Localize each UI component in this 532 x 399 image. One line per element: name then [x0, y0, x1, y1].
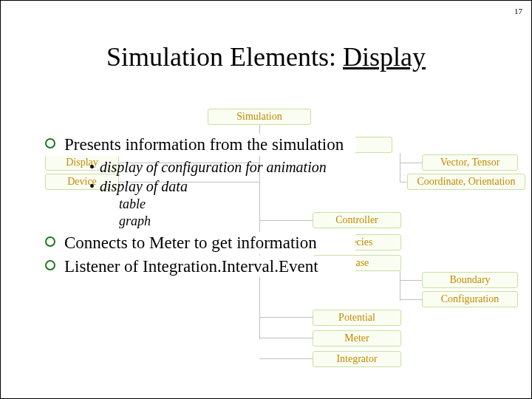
connector-line — [259, 358, 313, 359]
bullet-presents-info: Presents information from the simulation — [45, 134, 355, 156]
subbullet-anim-text: display of configuration for animation — [100, 159, 327, 175]
connector-line — [259, 338, 313, 338]
connector-line — [400, 163, 422, 163]
body-content: Presents information from the simulation… — [45, 134, 355, 279]
node-vector-tensor: Vector, Tensor — [422, 154, 518, 171]
title-prefix: Simulation Elements: — [106, 42, 343, 72]
node-meter: Meter — [313, 330, 401, 347]
bullet-connects-meter: Connects to Meter to get information — [45, 232, 355, 254]
subbullet-data: • display of data — [45, 177, 355, 196]
connector-line — [400, 299, 422, 300]
node-configuration: Configuration — [422, 291, 518, 307]
title-subject: Display — [343, 42, 426, 72]
page-number: 17 — [514, 7, 522, 16]
page-title: Simulation Elements: Display — [1, 41, 531, 72]
subsub-graph: graph — [45, 213, 355, 230]
node-potential: Potential — [313, 310, 401, 326]
node-coord-orient: Coordinate, Orientation — [407, 174, 525, 190]
node-boundary: Boundary — [422, 272, 518, 288]
connector-line — [400, 271, 400, 301]
subbullet-data-text: display of data — [100, 178, 188, 194]
bullet-listener: Listener of Integration.Interval.Event — [45, 256, 355, 278]
node-simulation: Simulation — [208, 109, 311, 125]
connector-line — [259, 317, 313, 318]
connector-line — [400, 153, 400, 183]
connector-line — [400, 280, 422, 281]
node-integrator: Integrator — [313, 351, 401, 367]
subbullet-anim: • display of configuration for animation — [45, 157, 355, 177]
subsub-table: table — [45, 196, 355, 213]
